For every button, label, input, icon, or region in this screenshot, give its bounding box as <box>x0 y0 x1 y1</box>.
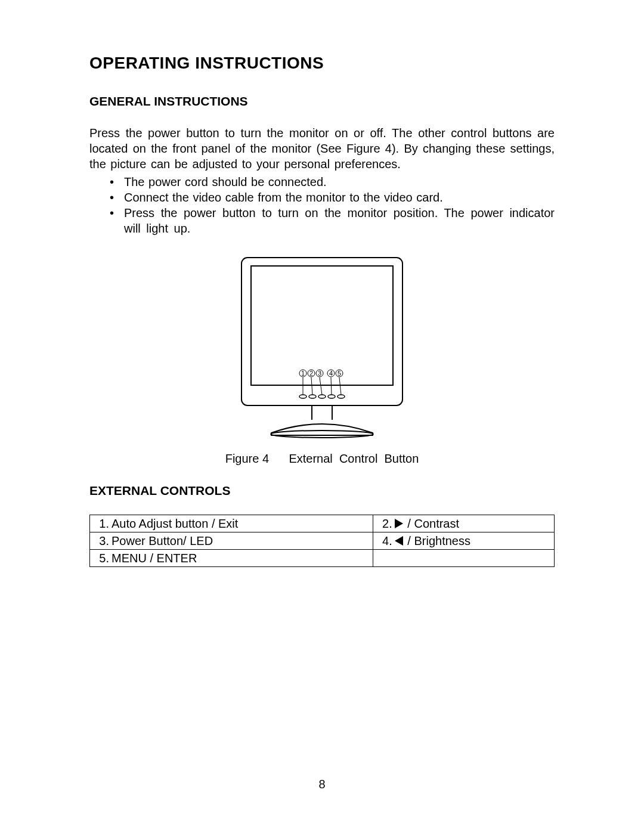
cell-num: 5. <box>90 550 110 567</box>
table-row: 5. MENU / ENTER <box>90 550 555 567</box>
cell-text: / Brightness <box>404 534 470 547</box>
page-number: 8 <box>0 778 644 791</box>
cell-label: / Brightness <box>392 532 555 550</box>
section-heading-general: GENERAL INSTRUCTIONS <box>89 94 555 109</box>
svg-point-24 <box>338 395 345 398</box>
document-page: OPERATING INSTRUCTIONS GENERAL INSTRUCTI… <box>0 0 644 833</box>
cell-num: 4. <box>373 532 392 550</box>
cell-label <box>392 550 555 567</box>
svg-text:4: 4 <box>329 370 333 377</box>
svg-line-16 <box>311 377 312 395</box>
triangle-left-icon <box>395 536 403 546</box>
svg-rect-0 <box>242 258 402 405</box>
cell-label: Auto Adjust button / Exit <box>109 515 373 532</box>
cell-label: / Contrast <box>392 515 555 532</box>
table-row: 3. Power Button/ LED 4. / Brightness <box>90 532 555 550</box>
controls-table: 1. Auto Adjust button / Exit 2. / Contra… <box>89 515 555 567</box>
svg-text:5: 5 <box>338 370 341 377</box>
monitor-diagram-icon: 1 2 3 4 5 <box>236 254 408 439</box>
list-item: The power cord should be connected. <box>107 174 555 190</box>
svg-text:2: 2 <box>309 370 313 377</box>
cell-num <box>373 550 392 567</box>
svg-point-23 <box>328 395 335 398</box>
list-item: Connect the video cable from the monitor… <box>107 190 555 205</box>
svg-point-21 <box>309 395 316 398</box>
intro-paragraph: Press the power button to turn the monit… <box>89 125 555 172</box>
svg-line-19 <box>339 377 341 395</box>
section-heading-external: EXTERNAL CONTROLS <box>89 484 555 498</box>
svg-rect-1 <box>251 266 393 385</box>
cell-label: Power Button/ LED <box>109 532 373 550</box>
cell-text: / Contrast <box>404 517 459 530</box>
list-item: Press the power button to turn on the mo… <box>107 205 555 236</box>
svg-point-4 <box>271 431 373 438</box>
cell-label: MENU / ENTER <box>109 550 373 567</box>
svg-line-17 <box>320 377 322 395</box>
bullet-list: The power cord should be connected. Conn… <box>89 174 555 236</box>
svg-point-22 <box>318 395 326 398</box>
svg-text:3: 3 <box>318 370 321 377</box>
triangle-right-icon <box>395 519 403 528</box>
page-title: OPERATING INSTRUCTIONS <box>89 54 555 73</box>
figure-caption: Figure 4 External Control Button <box>225 452 419 466</box>
cell-num: 1. <box>90 515 110 532</box>
svg-text:1: 1 <box>301 370 305 377</box>
svg-point-20 <box>299 395 306 398</box>
cell-num: 3. <box>90 532 110 550</box>
figure-4: 1 2 3 4 5 Figure 4 External Control B <box>89 254 555 466</box>
svg-line-18 <box>331 377 332 395</box>
cell-num: 2. <box>373 515 392 532</box>
table-row: 1. Auto Adjust button / Exit 2. / Contra… <box>90 515 555 532</box>
